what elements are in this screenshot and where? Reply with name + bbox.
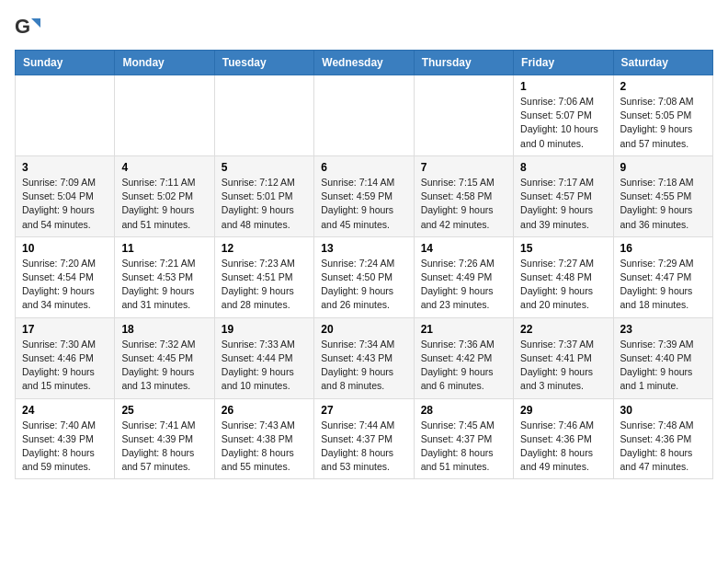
- day-info: Sunrise: 7:08 AM Sunset: 5:05 PM Dayligh…: [620, 95, 706, 151]
- day-number: 13: [321, 242, 406, 255]
- day-info: Sunrise: 7:09 AM Sunset: 5:04 PM Dayligh…: [22, 176, 108, 232]
- day-cell-30: 30Sunrise: 7:48 AM Sunset: 4:36 PM Dayli…: [613, 398, 712, 479]
- empty-cell: [414, 75, 513, 156]
- day-info: Sunrise: 7:23 AM Sunset: 4:51 PM Dayligh…: [222, 257, 307, 313]
- day-number: 28: [421, 404, 506, 417]
- day-number: 16: [620, 242, 706, 255]
- day-cell-8: 8Sunrise: 7:17 AM Sunset: 4:57 PM Daylig…: [514, 155, 613, 236]
- day-number: 22: [520, 323, 606, 336]
- day-number: 14: [421, 242, 506, 255]
- weekday-header-saturday: Saturday: [613, 51, 712, 75]
- day-number: 11: [121, 242, 207, 255]
- weekday-header-tuesday: Tuesday: [214, 51, 313, 75]
- day-info: Sunrise: 7:20 AM Sunset: 4:54 PM Dayligh…: [22, 257, 108, 313]
- empty-cell: [214, 75, 313, 156]
- day-info: Sunrise: 7:17 AM Sunset: 4:57 PM Dayligh…: [520, 176, 606, 232]
- day-number: 21: [421, 323, 506, 336]
- day-info: Sunrise: 7:39 AM Sunset: 4:40 PM Dayligh…: [620, 338, 706, 394]
- day-number: 8: [520, 161, 606, 174]
- svg-text:G: G: [15, 15, 30, 38]
- weekday-header-monday: Monday: [115, 51, 214, 75]
- day-number: 2: [620, 80, 706, 93]
- day-number: 23: [620, 323, 706, 336]
- calendar-body: 1Sunrise: 7:06 AM Sunset: 5:07 PM Daylig…: [16, 75, 713, 479]
- day-number: 24: [22, 404, 108, 417]
- day-number: 29: [520, 404, 606, 417]
- day-number: 20: [321, 323, 406, 336]
- day-number: 3: [22, 161, 108, 174]
- day-cell-20: 20Sunrise: 7:34 AM Sunset: 4:43 PM Dayli…: [314, 317, 414, 398]
- weekday-header-thursday: Thursday: [414, 51, 513, 75]
- day-number: 5: [222, 161, 307, 174]
- week-row-1: 1Sunrise: 7:06 AM Sunset: 5:07 PM Daylig…: [16, 75, 713, 156]
- day-number: 12: [222, 242, 307, 255]
- day-cell-7: 7Sunrise: 7:15 AM Sunset: 4:58 PM Daylig…: [414, 155, 513, 236]
- day-info: Sunrise: 7:06 AM Sunset: 5:07 PM Dayligh…: [520, 95, 606, 151]
- day-cell-13: 13Sunrise: 7:24 AM Sunset: 4:50 PM Dayli…: [314, 236, 414, 317]
- logo: G: [15, 15, 44, 40]
- day-cell-29: 29Sunrise: 7:46 AM Sunset: 4:36 PM Dayli…: [514, 398, 613, 479]
- day-number: 7: [421, 161, 506, 174]
- day-cell-4: 4Sunrise: 7:11 AM Sunset: 5:02 PM Daylig…: [115, 155, 214, 236]
- day-cell-5: 5Sunrise: 7:12 AM Sunset: 5:01 PM Daylig…: [214, 155, 313, 236]
- day-info: Sunrise: 7:40 AM Sunset: 4:39 PM Dayligh…: [22, 419, 108, 475]
- day-info: Sunrise: 7:37 AM Sunset: 4:41 PM Dayligh…: [520, 338, 606, 394]
- calendar-header: SundayMondayTuesdayWednesdayThursdayFrid…: [16, 51, 713, 75]
- day-cell-17: 17Sunrise: 7:30 AM Sunset: 4:46 PM Dayli…: [16, 317, 115, 398]
- day-info: Sunrise: 7:21 AM Sunset: 4:53 PM Dayligh…: [121, 257, 207, 313]
- day-info: Sunrise: 7:48 AM Sunset: 4:36 PM Dayligh…: [620, 419, 706, 475]
- day-cell-9: 9Sunrise: 7:18 AM Sunset: 4:55 PM Daylig…: [613, 155, 712, 236]
- day-info: Sunrise: 7:44 AM Sunset: 4:37 PM Dayligh…: [321, 419, 406, 475]
- week-row-3: 10Sunrise: 7:20 AM Sunset: 4:54 PM Dayli…: [16, 236, 713, 317]
- day-number: 4: [121, 161, 207, 174]
- day-number: 26: [222, 404, 307, 417]
- day-cell-27: 27Sunrise: 7:44 AM Sunset: 4:37 PM Dayli…: [314, 398, 414, 479]
- day-info: Sunrise: 7:41 AM Sunset: 4:39 PM Dayligh…: [121, 419, 207, 475]
- day-info: Sunrise: 7:45 AM Sunset: 4:37 PM Dayligh…: [421, 419, 506, 475]
- weekday-header-friday: Friday: [514, 51, 613, 75]
- day-cell-26: 26Sunrise: 7:43 AM Sunset: 4:38 PM Dayli…: [214, 398, 313, 479]
- day-number: 17: [22, 323, 108, 336]
- header: G: [15, 15, 713, 40]
- day-info: Sunrise: 7:32 AM Sunset: 4:45 PM Dayligh…: [121, 338, 207, 394]
- day-cell-10: 10Sunrise: 7:20 AM Sunset: 4:54 PM Dayli…: [16, 236, 115, 317]
- day-number: 27: [321, 404, 406, 417]
- day-number: 30: [620, 404, 706, 417]
- day-cell-23: 23Sunrise: 7:39 AM Sunset: 4:40 PM Dayli…: [613, 317, 712, 398]
- day-info: Sunrise: 7:24 AM Sunset: 4:50 PM Dayligh…: [321, 257, 406, 313]
- day-cell-3: 3Sunrise: 7:09 AM Sunset: 5:04 PM Daylig…: [16, 155, 115, 236]
- day-cell-21: 21Sunrise: 7:36 AM Sunset: 4:42 PM Dayli…: [414, 317, 513, 398]
- day-number: 19: [222, 323, 307, 336]
- weekday-header-sunday: Sunday: [16, 51, 115, 75]
- weekday-header-row: SundayMondayTuesdayWednesdayThursdayFrid…: [16, 51, 713, 75]
- day-cell-18: 18Sunrise: 7:32 AM Sunset: 4:45 PM Dayli…: [115, 317, 214, 398]
- day-cell-14: 14Sunrise: 7:26 AM Sunset: 4:49 PM Dayli…: [414, 236, 513, 317]
- day-info: Sunrise: 7:27 AM Sunset: 4:48 PM Dayligh…: [520, 257, 606, 313]
- day-cell-28: 28Sunrise: 7:45 AM Sunset: 4:37 PM Dayli…: [414, 398, 513, 479]
- day-info: Sunrise: 7:33 AM Sunset: 4:44 PM Dayligh…: [222, 338, 307, 394]
- day-cell-2: 2Sunrise: 7:08 AM Sunset: 5:05 PM Daylig…: [613, 75, 712, 156]
- empty-cell: [314, 75, 414, 156]
- day-info: Sunrise: 7:12 AM Sunset: 5:01 PM Dayligh…: [222, 176, 307, 232]
- day-info: Sunrise: 7:14 AM Sunset: 4:59 PM Dayligh…: [321, 176, 406, 232]
- weekday-header-wednesday: Wednesday: [314, 51, 414, 75]
- day-info: Sunrise: 7:30 AM Sunset: 4:46 PM Dayligh…: [22, 338, 108, 394]
- week-row-5: 24Sunrise: 7:40 AM Sunset: 4:39 PM Dayli…: [16, 398, 713, 479]
- day-cell-24: 24Sunrise: 7:40 AM Sunset: 4:39 PM Dayli…: [16, 398, 115, 479]
- week-row-2: 3Sunrise: 7:09 AM Sunset: 5:04 PM Daylig…: [16, 155, 713, 236]
- calendar-table: SundayMondayTuesdayWednesdayThursdayFrid…: [15, 50, 713, 479]
- day-number: 6: [321, 161, 406, 174]
- day-number: 9: [620, 161, 706, 174]
- day-info: Sunrise: 7:46 AM Sunset: 4:36 PM Dayligh…: [520, 419, 606, 475]
- day-cell-25: 25Sunrise: 7:41 AM Sunset: 4:39 PM Dayli…: [115, 398, 214, 479]
- day-cell-1: 1Sunrise: 7:06 AM Sunset: 5:07 PM Daylig…: [514, 75, 613, 156]
- empty-cell: [16, 75, 115, 156]
- day-cell-22: 22Sunrise: 7:37 AM Sunset: 4:41 PM Dayli…: [514, 317, 613, 398]
- day-number: 10: [22, 242, 108, 255]
- week-row-4: 17Sunrise: 7:30 AM Sunset: 4:46 PM Dayli…: [16, 317, 713, 398]
- day-number: 15: [520, 242, 606, 255]
- day-cell-6: 6Sunrise: 7:14 AM Sunset: 4:59 PM Daylig…: [314, 155, 414, 236]
- day-cell-11: 11Sunrise: 7:21 AM Sunset: 4:53 PM Dayli…: [115, 236, 214, 317]
- svg-marker-1: [31, 18, 40, 28]
- day-info: Sunrise: 7:36 AM Sunset: 4:42 PM Dayligh…: [421, 338, 506, 394]
